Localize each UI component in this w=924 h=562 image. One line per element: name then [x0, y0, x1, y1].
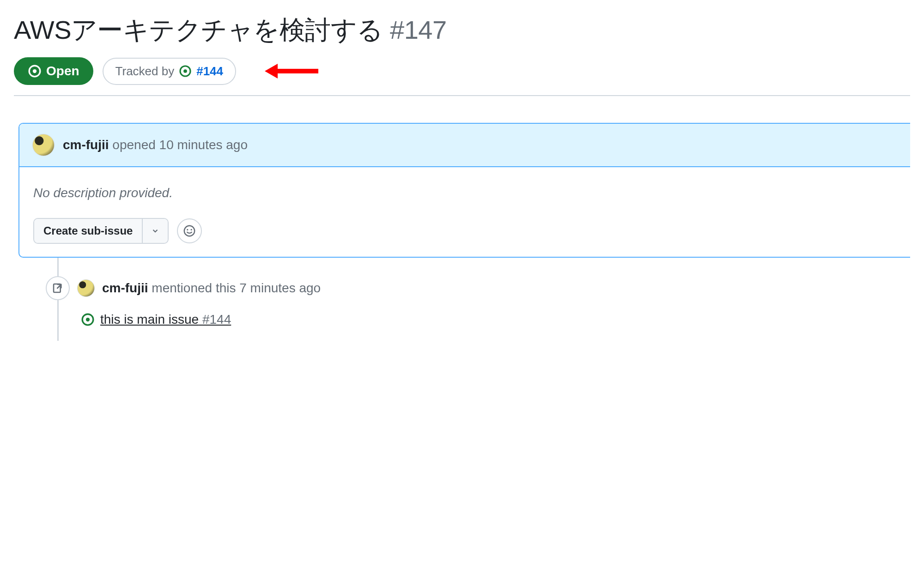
- svg-point-6: [184, 226, 195, 236]
- svg-point-7: [187, 229, 188, 230]
- issue-number: #147: [390, 15, 447, 44]
- issue-title-row: AWSアーキテクチャを検討する #147: [14, 14, 910, 46]
- avatar[interactable]: [77, 279, 95, 297]
- add-reaction-button[interactable]: [177, 218, 202, 243]
- issue-title-text: AWSアーキテクチャを検討する: [14, 15, 383, 44]
- referenced-issue-link[interactable]: this is main issue #144: [100, 312, 231, 327]
- comment-author[interactable]: cm-fujii: [63, 138, 109, 152]
- header-divider: [14, 95, 910, 96]
- timeline-mention-text: mentioned this 7 minutes ago: [152, 281, 321, 295]
- tracked-by-label: Tracked by: [116, 64, 175, 79]
- tracked-by-issue-link[interactable]: #144: [196, 64, 223, 79]
- timeline-reference: this is main issue #144: [59, 312, 910, 327]
- avatar[interactable]: [32, 134, 55, 156]
- issue-open-icon: [179, 65, 192, 78]
- timeline: cm-fujii mentioned this 7 minutes ago th…: [57, 258, 910, 341]
- smiley-icon: [183, 224, 196, 237]
- svg-point-8: [191, 229, 192, 230]
- cross-reference-badge: [46, 276, 70, 300]
- svg-point-1: [33, 69, 36, 73]
- comment-header: cm-fujii opened 10 minutes ago: [19, 124, 910, 167]
- create-sub-issue-dropdown[interactable]: [142, 219, 168, 243]
- issue-state-label: Open: [46, 64, 79, 79]
- issue-opening-comment: cm-fujii opened 10 minutes ago No descri…: [18, 123, 910, 258]
- comment-actions: Create sub-issue: [19, 205, 910, 257]
- issue-open-icon: [81, 313, 95, 326]
- svg-point-11: [86, 318, 90, 321]
- issue-title: AWSアーキテクチャを検討する #147: [14, 14, 910, 46]
- annotation-arrow: [264, 61, 319, 81]
- comment-body: No description provided.: [19, 167, 910, 205]
- create-sub-issue-button[interactable]: Create sub-issue: [34, 219, 142, 243]
- timeline-mention-row: cm-fujii mentioned this 7 minutes ago: [59, 276, 910, 300]
- arrow-left-icon: [264, 61, 319, 81]
- tracked-by-pill[interactable]: Tracked by #144: [103, 58, 236, 85]
- comment-timestamp: opened 10 minutes ago: [112, 138, 248, 152]
- issue-state-badge: Open: [14, 57, 93, 85]
- caret-down-icon: [151, 227, 159, 235]
- timeline-author[interactable]: cm-fujii: [102, 281, 148, 295]
- referenced-issue-number: #144: [202, 312, 231, 326]
- svg-point-3: [183, 69, 187, 73]
- issue-open-icon: [28, 64, 42, 78]
- referenced-issue-title: this is main issue: [100, 312, 199, 326]
- create-sub-issue-group: Create sub-issue: [33, 218, 169, 244]
- status-row: Open Tracked by #144: [14, 57, 910, 85]
- cross-reference-icon: [52, 282, 64, 294]
- svg-marker-5: [265, 64, 278, 79]
